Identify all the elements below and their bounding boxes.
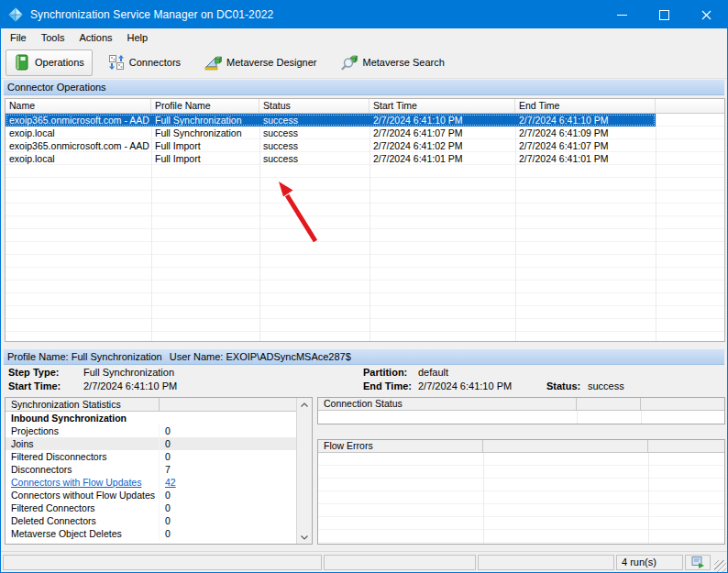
right-panels: Connection Status Flow Errors <box>317 397 725 545</box>
column-header-end-time[interactable]: End Time <box>515 99 656 113</box>
statistic-row[interactable]: Connectors without Flow Updates 0 <box>6 489 296 501</box>
operations-list-body: exoip365.onmicrosoft.com - AAD Full Sync… <box>6 114 724 341</box>
cell-name: exoip365.onmicrosoft.com - AAD <box>6 139 151 152</box>
search-cube-icon <box>341 54 358 71</box>
cell-profile: Full Synchronization <box>151 127 259 139</box>
statistic-row[interactable]: Joins 0 <box>6 437 296 450</box>
menu-actions[interactable]: Actions <box>72 30 120 45</box>
status-panel-2 <box>324 555 476 570</box>
chevron-down-icon <box>300 534 309 541</box>
status-bar: 4 run(s) <box>1 551 727 573</box>
step-type-label: Step Type: <box>8 367 59 378</box>
flow-errors-header-label[interactable]: Flow Errors <box>318 440 483 452</box>
cell-start-time: 2/7/2024 6:41:07 PM <box>370 127 515 139</box>
minimize-button[interactable] <box>601 1 643 28</box>
flow-errors-body <box>318 453 724 544</box>
maximize-button[interactable] <box>643 1 685 28</box>
cell-end-time: 2/7/2024 6:41:10 PM <box>515 114 656 127</box>
connector-operations-bar: Connector Operations <box>4 80 724 95</box>
connection-status-header-col2 <box>577 398 641 410</box>
cell-end-time: 2/7/2024 6:41:07 PM <box>515 139 656 152</box>
statistics-section-row: Inbound Synchronization <box>6 412 296 424</box>
connectors-label: Connectors <box>129 57 181 68</box>
statistic-row[interactable]: Filtered Connectors 0 <box>6 501 296 514</box>
grid-line <box>577 411 578 424</box>
statistic-row[interactable]: Filtered Disconnectors 0 <box>6 450 296 463</box>
connection-status-header-label[interactable]: Connection Status <box>318 398 577 410</box>
app-window: Synchronization Service Manager on DC01-… <box>0 0 728 573</box>
scroll-up-button[interactable] <box>297 398 312 412</box>
operations-label: Operations <box>35 57 84 68</box>
statistic-row[interactable]: Deleted Connectors 0 <box>6 514 296 527</box>
end-time-label: End Time: <box>363 380 412 391</box>
connectors-with-flow-updates-link[interactable]: Connectors with Flow Updates <box>6 476 160 489</box>
connectors-with-flow-updates-count-link[interactable]: 42 <box>160 476 296 489</box>
toolbar: Operations Connectors Metaverse <box>1 47 727 79</box>
cell-name: exoip.local <box>6 127 151 139</box>
connector-operations-title: Connector Operations <box>7 82 106 93</box>
metaverse-designer-button[interactable]: Metaverse Designer <box>196 50 325 76</box>
metaverse-search-button[interactable]: Metaverse Search <box>333 50 453 76</box>
operations-list-header: Name Profile Name Status Start Time End … <box>6 99 724 114</box>
stat-value: 0 <box>160 437 296 450</box>
statistic-row[interactable]: Disconnectors 7 <box>6 463 296 476</box>
stat-value: 0 <box>160 450 296 463</box>
stat-value: 0 <box>160 514 296 527</box>
column-header-status[interactable]: Status <box>259 99 370 113</box>
connection-status-panel: Connection Status <box>317 397 725 424</box>
stat-value: 0 <box>160 501 296 514</box>
close-button[interactable] <box>685 1 727 28</box>
grid-line <box>648 453 649 544</box>
cell-start-time: 2/7/2024 6:41:10 PM <box>370 114 515 127</box>
stat-label: Joins <box>6 437 160 450</box>
stat-value: 0 <box>160 527 296 540</box>
operation-row[interactable]: exoip365.onmicrosoft.com - AAD Full Impo… <box>6 139 656 152</box>
step-type-value: Full Synchronization <box>83 367 174 378</box>
statistics-header: Synchronization Statistics <box>6 398 296 412</box>
menu-tools[interactable]: Tools <box>35 30 73 45</box>
partition-value: default <box>418 367 448 378</box>
scroll-down-button[interactable] <box>297 530 312 544</box>
cell-status: success <box>259 114 370 127</box>
resize-grip[interactable] <box>714 560 726 572</box>
synchronization-statistics-panel: Synchronization Statistics Inbound Synch… <box>5 397 313 545</box>
flow-errors-panel: Flow Errors <box>317 439 725 545</box>
cell-end-time: 2/7/2024 6:41:09 PM <box>515 127 656 139</box>
menu-help[interactable]: Help <box>121 30 157 45</box>
operations-button[interactable]: Operations <box>6 50 93 76</box>
flow-errors-header-col3 <box>648 440 724 452</box>
profile-bar-user-name: User Name: EXOIP\ADSyncMSAce287$ <box>170 351 351 362</box>
column-header-start-time[interactable]: Start Time <box>370 99 515 113</box>
statistic-row[interactable]: Connectors with Flow Updates 42 <box>6 476 296 489</box>
run-count: 4 run(s) <box>622 556 656 567</box>
operation-row[interactable]: exoip.local Full Import success 2/7/2024… <box>6 152 656 165</box>
connection-status-header-col3 <box>641 398 724 410</box>
minimize-icon <box>617 15 627 16</box>
column-header-name[interactable]: Name <box>6 99 151 113</box>
run-history-icon <box>690 556 705 569</box>
status-value: success <box>588 380 624 391</box>
statistic-row[interactable]: Metaverse Object Deletes 0 <box>6 527 296 540</box>
chevron-up-icon <box>300 402 309 409</box>
connectors-button[interactable]: Connectors <box>100 50 189 76</box>
statistics-header-label[interactable]: Synchronization Statistics <box>6 398 160 411</box>
connection-status-empty-row <box>318 411 724 424</box>
cell-status: success <box>259 152 370 165</box>
metaverse-search-label: Metaverse Search <box>363 57 445 68</box>
column-header-profile-name[interactable]: Profile Name <box>151 99 259 113</box>
statistics-scrollbar[interactable] <box>296 398 312 544</box>
operation-row[interactable]: exoip.local Full Synchronization success… <box>6 127 656 139</box>
menu-file[interactable]: File <box>4 30 35 45</box>
operation-row[interactable]: exoip365.onmicrosoft.com - AAD Full Sync… <box>6 114 656 127</box>
run-history-panel[interactable] <box>685 555 711 570</box>
cell-name: exoip365.onmicrosoft.com - AAD <box>6 114 151 127</box>
cell-profile: Full Import <box>151 139 259 152</box>
connectors-sync-icon <box>108 54 125 71</box>
partition-label: Partition: <box>363 367 407 378</box>
profile-bar-profile-name: Profile Name: Full Synchronization <box>7 351 162 362</box>
stat-value: 0 <box>160 489 296 501</box>
connection-status-header: Connection Status <box>318 398 724 411</box>
statistics-header-filler <box>160 398 296 411</box>
start-time-label: Start Time: <box>8 380 61 391</box>
statistic-row[interactable]: Projections 0 <box>6 424 296 437</box>
